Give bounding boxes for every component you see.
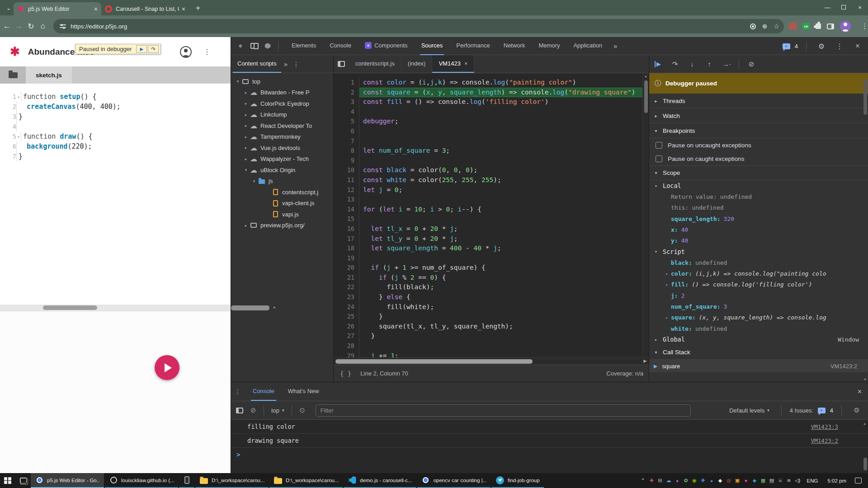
tree-item-label[interactable]: Tampermonkey <box>260 133 301 140</box>
code-text[interactable]: const white = color(255, 255, 255); <box>359 175 642 185</box>
more-tabs-icon[interactable]: » <box>284 60 288 68</box>
issues-icon[interactable]: ≡ <box>818 408 826 413</box>
devtools-menu-icon[interactable]: ⋮ <box>833 40 846 52</box>
tree-item[interactable]: ▸ Vue.js devtools <box>231 142 333 154</box>
extension-icon[interactable]: ch <box>802 23 810 30</box>
checkbox[interactable] <box>656 155 662 162</box>
code-text[interactable]: } else { <box>359 292 642 302</box>
tree-arrow-icon[interactable]: ▸ <box>243 223 249 228</box>
code-text[interactable] <box>16 122 19 131</box>
source-line[interactable]: 10 const black = color(0, 0, 0); <box>334 165 642 175</box>
tree-item-label[interactable]: preview.p5js.org/ <box>260 222 305 229</box>
line-number[interactable]: 27 <box>334 331 359 341</box>
checkbox[interactable] <box>656 142 662 149</box>
tree-item[interactable]: ▸ ColorPick Eyedrop <box>231 98 333 109</box>
toggle-navigator-icon[interactable] <box>334 55 349 73</box>
tree-item[interactable]: ▸ Bitwarden - Free P <box>231 87 333 99</box>
watch-section[interactable]: ▸ Watch <box>649 108 868 123</box>
tree-item[interactable]: ▾ top <box>231 76 333 87</box>
tree-item[interactable]: ▾ js <box>231 176 333 187</box>
tree-item-label[interactable]: uBlock Origin <box>260 167 295 174</box>
issues-label[interactable]: 4 Issues: <box>790 407 813 414</box>
expand-icon[interactable]: ▸ <box>663 282 671 287</box>
code-text[interactable]: } <box>359 312 642 322</box>
line-number[interactable]: 18 <box>334 244 359 253</box>
inspect-element-icon[interactable]: ⌖ <box>234 40 247 52</box>
console-sidebar-icon[interactable] <box>233 408 246 413</box>
expand-icon[interactable]: ▸ <box>649 113 663 118</box>
fold-caret-icon[interactable]: ▾ <box>16 92 21 102</box>
tree-arrow-icon[interactable]: ▸ <box>243 123 249 128</box>
devtools-panel-tab[interactable]: Performance <box>455 37 491 55</box>
scope-row[interactable]: num_of_square: 3 <box>649 301 868 312</box>
code-text[interactable]: j += 1; <box>359 351 642 357</box>
fold-caret-icon[interactable]: ▾ <box>16 131 21 141</box>
editor-file-tab[interactable]: VM1423 × <box>432 55 474 73</box>
tray-icon[interactable]: ❖ <box>699 478 708 483</box>
taskbar-app-button[interactable]: louisckliaw.github.io (... <box>105 473 178 488</box>
profile-avatar[interactable] <box>840 21 851 32</box>
line-number[interactable]: 9 <box>334 156 359 166</box>
more-panels-icon[interactable]: » <box>613 42 617 50</box>
address-bar[interactable]: https://editor.p5js.org ⊕ ☆ <box>53 19 784 33</box>
tray-icon[interactable]: ✚ <box>647 478 656 483</box>
variable-value[interactable]: 320 <box>724 216 734 222</box>
line-number[interactable]: 6 <box>0 141 16 151</box>
tray-icon[interactable]: ⌃ <box>639 478 647 483</box>
scope-section[interactable]: ▾ Scope <box>649 165 868 180</box>
source-line[interactable]: 4 <box>334 107 642 117</box>
variable-value[interactable]: undefined <box>720 193 752 200</box>
scrollbar-thumb[interactable] <box>43 305 97 310</box>
collapse-icon[interactable]: ▾ <box>649 350 663 355</box>
close-file-icon[interactable]: × <box>464 60 468 67</box>
source-line[interactable]: 15 <box>334 214 642 224</box>
line-number[interactable]: 7 <box>0 151 16 161</box>
line-number[interactable]: 12 <box>334 185 359 195</box>
line-number[interactable]: 15 <box>334 214 359 224</box>
code-text[interactable]: let square_length = 400 - 40 * j; <box>359 244 642 253</box>
source-line[interactable]: 28 <box>334 341 642 351</box>
breakpoints-section[interactable]: ▾ Breakpoints <box>649 123 868 138</box>
devtools-panel-tab[interactable]: Sources <box>420 37 444 55</box>
code-text[interactable]: function setup() { <box>21 92 97 102</box>
scope-row[interactable]: j: 2 <box>649 290 868 301</box>
line-number[interactable]: 26 <box>334 322 359 332</box>
variable-name[interactable]: j: <box>671 292 678 299</box>
context-selector[interactable]: top▾ <box>271 407 284 414</box>
new-tab-button[interactable]: + <box>193 3 203 14</box>
tree-item-label[interactable]: Bitwarden - Free P <box>260 89 309 96</box>
browser-tab[interactable]: p5.js Web Editor × <box>14 2 101 15</box>
maximize-button[interactable] <box>835 0 852 14</box>
tray-icon[interactable]: ● <box>708 478 716 483</box>
tree-item-label[interactable]: vapi.js <box>282 211 299 218</box>
deactivate-breakpoints-icon[interactable]: ⊘ <box>743 58 760 70</box>
editor-file-tab[interactable]: (index) <box>401 55 433 73</box>
code-text[interactable] <box>359 127 642 136</box>
console-message[interactable]: drawing square VM1423:2 <box>231 434 868 448</box>
home-button[interactable]: ⌂ <box>38 19 48 33</box>
tree-item-label[interactable]: contentscript.j <box>282 189 318 196</box>
code-line[interactable]: 2 createCanvas(400, 400); <box>0 102 231 112</box>
tree-item[interactable]: ▸ Tampermonkey <box>231 131 333 143</box>
taskbar-app-button[interactable]: opencv car counting |... <box>417 473 491 488</box>
line-number[interactable]: 29 <box>334 351 359 357</box>
source-line[interactable]: 14 for (let i = 10; i > 0; i--) { <box>334 205 642 215</box>
device-toolbar-icon[interactable] <box>247 40 261 52</box>
notification-center-icon[interactable] <box>855 478 862 483</box>
code-text[interactable] <box>359 214 642 224</box>
taskbar-app-button[interactable] <box>179 473 194 488</box>
line-number[interactable]: 10 <box>334 165 359 175</box>
line-number[interactable]: 22 <box>334 282 359 292</box>
minimize-button[interactable]: — <box>819 0 835 14</box>
side-panel-icon[interactable] <box>827 23 834 29</box>
tree-item[interactable]: ▸ Linkclump <box>231 109 333 121</box>
tree-item[interactable]: ▸ Wappalyzer - Tech <box>231 154 333 165</box>
step-over-button[interactable]: ↷ <box>148 45 159 53</box>
code-text[interactable]: createCanvas(400, 400); <box>16 102 121 112</box>
variable-value[interactable]: 2 <box>681 292 685 299</box>
step-icon[interactable]: →∙ <box>718 58 735 70</box>
scroll-up-icon[interactable]: ▲ <box>863 422 866 425</box>
code-text[interactable]: let tl_y = 0 + 20 * j; <box>359 234 642 244</box>
code-text[interactable]: const square = (x, y, square_length) => … <box>359 88 642 98</box>
browser-tab[interactable]: Carousell - Snap to List, Chat t × <box>101 2 189 15</box>
